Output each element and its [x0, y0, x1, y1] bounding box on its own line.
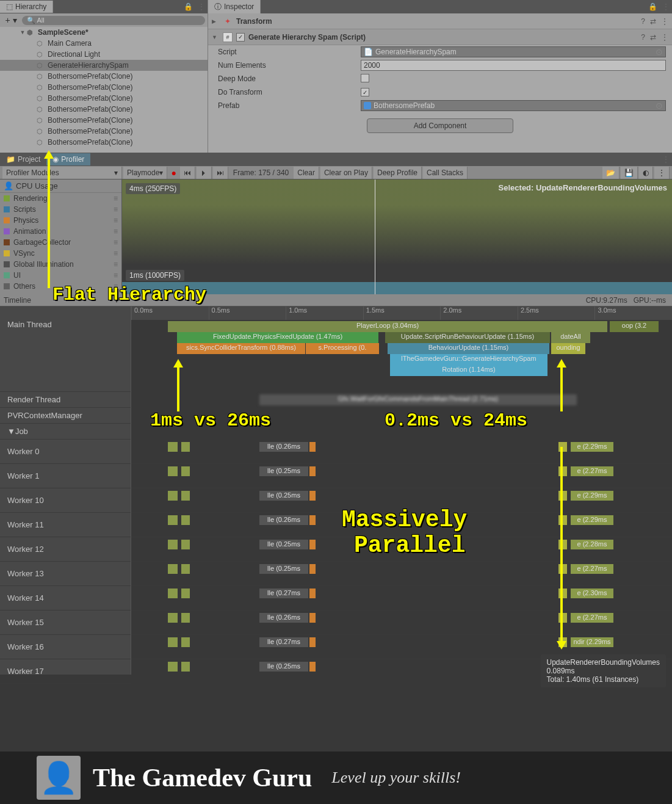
load-button[interactable]: 📂	[602, 167, 620, 179]
help-icon[interactable]: ?	[641, 17, 645, 26]
object-picker-icon[interactable]: ⊙	[656, 47, 663, 57]
expand-arrow-icon[interactable]: ▼	[18, 29, 27, 35]
hierarchy-item[interactable]: ⬡BothersomePrefab(Clone)	[0, 93, 208, 104]
loop-block[interactable]: oop (3.2	[610, 321, 659, 332]
behaviour-block[interactable]: BehaviourUpdate (1.15ms)	[388, 343, 549, 354]
worker-track[interactable]: lle (0.26mse (2.27ms	[131, 610, 672, 635]
playerloop-block[interactable]: PlayerLoop (3.04ms)	[168, 321, 607, 332]
enable-checkbox[interactable]: ✓	[236, 33, 245, 42]
clear-on-play-button[interactable]: Clear on Play	[320, 167, 372, 179]
do-transform-checkbox[interactable]: ✓	[361, 88, 369, 96]
genspam-block[interactable]: lTheGamedevGuru::GenerateHierarchySpam	[390, 354, 547, 365]
create-button[interactable]: + ▾	[2, 15, 20, 25]
hierarchy-item[interactable]: ⬡Directional Light	[0, 49, 208, 60]
legend-item[interactable]: UI≡	[0, 270, 121, 281]
lock-icon[interactable]: 🔒	[646, 2, 660, 11]
worker-label[interactable]: Worker 14	[0, 586, 131, 610]
worker-label[interactable]: Worker 15	[0, 610, 131, 635]
worker-label[interactable]: Worker 17	[0, 659, 131, 684]
worker-track[interactable]: lle (0.25mse (2.27ms	[131, 464, 672, 488]
timeline-dropdown[interactable]: Timeline ▾	[0, 296, 122, 305]
profiler-tab[interactable]: ◉Profiler	[46, 153, 90, 165]
main-thread-label[interactable]: Main Thread	[0, 306, 131, 392]
deep-mode-checkbox[interactable]	[361, 74, 369, 82]
job-label[interactable]: ▼ Job	[0, 424, 131, 440]
record-button[interactable]: ●	[168, 168, 178, 178]
worker-track[interactable]: lle (0.26mse (2.29ms	[131, 440, 672, 464]
synccollider-block[interactable]: sics.SyncColliderTransform (0.88ms)	[177, 343, 305, 354]
worker-label[interactable]: Worker 16	[0, 635, 131, 659]
help-icon[interactable]: ?	[641, 33, 645, 42]
legend-item[interactable]: GarbageCollector≡	[0, 237, 121, 248]
hierarchy-item[interactable]: ⬡BothersomePrefab(Clone)	[0, 82, 208, 93]
project-tab[interactable]: 📁Project	[0, 153, 46, 165]
hierarchy-item[interactable]: ⬡GenerateHierarchySpam	[0, 60, 208, 71]
hierarchy-item[interactable]: ⬡BothersomePrefab(Clone)	[0, 137, 208, 148]
menu-icon[interactable]: ⋮	[661, 17, 668, 26]
frame-next-button[interactable]: ⏭	[213, 167, 228, 179]
hierarchy-tab[interactable]: ⬚Hierarchy	[0, 1, 53, 13]
legend-item[interactable]: Others≡	[0, 281, 121, 292]
cpu-graph[interactable]: 4ms (250FPS) 1ms (1000FPS) Selected: Upd…	[122, 179, 672, 294]
renderwait-block[interactable]: Gfx.WaitForGfxCommandsFromMainThread (2.…	[259, 394, 577, 405]
worker-track[interactable]: lle (0.26mse (2.29ms	[131, 513, 672, 537]
worker-label[interactable]: Worker 1	[0, 464, 131, 488]
processing-block[interactable]: s.Processing (0.	[306, 343, 379, 354]
menu-icon[interactable]: ⋮	[661, 33, 668, 42]
worker-track[interactable]: lle (0.25mse (2.27ms	[131, 562, 672, 586]
rotation-block[interactable]: Rotation (1.14ms)	[390, 365, 547, 376]
menu-button[interactable]: ⋮	[654, 167, 670, 179]
deep-profile-button[interactable]: Deep Profile	[374, 167, 422, 179]
expand-arrow-icon[interactable]: ▼	[212, 34, 219, 40]
menu-icon[interactable]: ⋮	[660, 2, 672, 11]
bounding-block[interactable]: ounding	[551, 343, 585, 354]
worker-label[interactable]: Worker 10	[0, 488, 131, 513]
object-picker-icon[interactable]: ⊙	[656, 101, 663, 110]
menu-icon[interactable]: ⋮	[660, 155, 672, 164]
menu-icon[interactable]: ⋮	[195, 2, 208, 11]
clear-button[interactable]: Clear	[294, 167, 319, 179]
render-thread-label[interactable]: Render Thread	[0, 392, 131, 408]
num-elements-input[interactable]	[361, 60, 666, 71]
hierarchy-item[interactable]: ⬡BothersomePrefab(Clone)	[0, 126, 208, 137]
legend-item[interactable]: Scripts≡	[0, 204, 121, 215]
fixedupdate-block[interactable]: FixedUpdate.PhysicsFixedUpdate (1.47ms)	[177, 332, 378, 343]
scene-row[interactable]: ▼⬢SampleScene*	[0, 27, 208, 38]
preset-icon[interactable]: ⇄	[650, 33, 656, 42]
worker-label[interactable]: Worker 12	[0, 537, 131, 562]
worker-label[interactable]: Worker 13	[0, 562, 131, 586]
hierarchy-item[interactable]: ⬡Main Camera	[0, 38, 208, 49]
hierarchy-tree[interactable]: ▼⬢SampleScene* ⬡Main Camera⬡Directional …	[0, 27, 208, 153]
timeline-content[interactable]: 0.0ms0.5ms1.0ms1.5ms2.0ms2.5ms3.0ms Play…	[131, 306, 672, 675]
hierarchy-item[interactable]: ⬡BothersomePrefab(Clone)	[0, 115, 208, 126]
worker-label[interactable]: Worker 11	[0, 513, 131, 537]
scriptrun-block[interactable]: Update.ScriptRunBehaviourUpdate (1.15ms)	[385, 332, 550, 343]
worker-track[interactable]: lle (0.25mse (2.29ms	[131, 488, 672, 513]
frame-first-button[interactable]: ⏮	[180, 167, 195, 179]
preset-icon[interactable]: ⇄	[650, 17, 656, 26]
add-component-button[interactable]: Add Component	[367, 118, 513, 133]
pvr-label[interactable]: PVRContextManager	[0, 408, 131, 424]
profiler-modules-dropdown[interactable]: Profiler Modules ▾	[2, 167, 122, 179]
hierarchy-item[interactable]: ⬡BothersomePrefab(Clone)	[0, 104, 208, 115]
call-stacks-button[interactable]: Call Stacks	[423, 167, 468, 179]
save-button[interactable]: 💾	[621, 167, 638, 179]
legend-item[interactable]: Animation≡	[0, 226, 121, 237]
inspector-tab[interactable]: ⓘInspector	[208, 0, 261, 14]
worker-label[interactable]: Worker 0	[0, 440, 131, 464]
worker-track[interactable]: lle (0.25mse (2.28ms	[131, 537, 672, 562]
legend-item[interactable]: Rendering≡	[0, 193, 121, 204]
prefab-field[interactable]: BothersomePrefab⊙	[361, 100, 666, 111]
legend-item[interactable]: Physics≡	[0, 215, 121, 226]
expand-arrow-icon[interactable]: ▶	[212, 18, 219, 24]
updateall-block[interactable]: dateAll	[551, 332, 590, 343]
legend-item[interactable]: VSync≡	[0, 248, 121, 259]
hierarchy-item[interactable]: ⬡BothersomePrefab(Clone)	[0, 71, 208, 82]
legend-item[interactable]: Global Illumination≡	[0, 259, 121, 270]
worker-track[interactable]: lle (0.27mse (2.30ms	[131, 586, 672, 610]
lock-icon[interactable]: 🔒	[181, 2, 195, 11]
settings-button[interactable]: ◐	[639, 167, 653, 179]
frame-prev-button[interactable]: ⏵	[197, 167, 212, 179]
search-input[interactable]: 🔍 All	[22, 16, 205, 25]
playmode-dropdown[interactable]: Playmode ▾	[123, 167, 167, 179]
